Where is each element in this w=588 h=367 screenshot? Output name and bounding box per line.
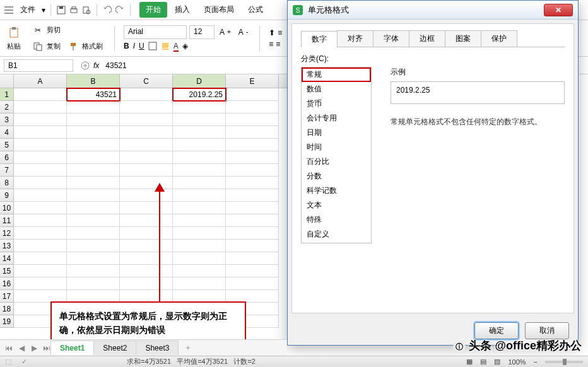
view-break-icon[interactable]: ▧: [494, 358, 500, 366]
dlg-tab-pattern[interactable]: 图案: [445, 30, 481, 47]
row-header[interactable]: 1: [0, 88, 14, 101]
next-sheet-icon[interactable]: ▶: [29, 343, 39, 353]
category-item[interactable]: 自定义: [302, 227, 371, 242]
decrease-font-button[interactable]: A-: [236, 25, 250, 39]
row-header[interactable]: 9: [0, 189, 14, 202]
cell-b16[interactable]: [67, 277, 120, 290]
cell-b1[interactable]: 43521: [67, 88, 120, 101]
font-name-select[interactable]: Arial: [124, 25, 187, 39]
cell-a12[interactable]: [14, 227, 67, 240]
cell-b8[interactable]: [67, 177, 120, 189]
fill-color-button[interactable]: [161, 42, 170, 52]
cell-d3[interactable]: [173, 114, 226, 126]
cell-a5[interactable]: [14, 139, 67, 151]
row-header[interactable]: 6: [0, 151, 14, 164]
category-item[interactable]: 特殊: [302, 213, 371, 227]
prev-sheet-icon[interactable]: ◀: [16, 343, 26, 353]
increase-font-button[interactable]: A+: [217, 25, 233, 39]
cell-c3[interactable]: [120, 114, 173, 126]
cell-a7[interactable]: [14, 164, 67, 177]
cell-e9[interactable]: [226, 189, 279, 202]
cell-a17[interactable]: [14, 290, 67, 303]
first-sheet-icon[interactable]: ⏮: [4, 343, 14, 353]
cell-b5[interactable]: [67, 139, 120, 151]
sheet-tab-3[interactable]: Sheet3: [136, 341, 179, 355]
tab-formula[interactable]: 公式: [242, 2, 269, 18]
category-list[interactable]: 常规数值货币会计专用日期时间百分比分数科学记数文本特殊自定义: [301, 67, 372, 243]
cell-e12[interactable]: [226, 227, 279, 240]
italic-button[interactable]: I: [133, 42, 135, 52]
cut-button[interactable]: ✂剪切: [29, 23, 105, 38]
cell-a4[interactable]: [14, 126, 67, 139]
cell-e10[interactable]: [226, 202, 279, 214]
view-page-icon[interactable]: ▤: [480, 358, 486, 366]
category-item[interactable]: 文本: [302, 198, 371, 213]
row-header[interactable]: 12: [0, 227, 14, 240]
cell-d1[interactable]: 2019.2.25: [173, 88, 226, 101]
zoom-level[interactable]: 100%: [508, 358, 526, 366]
cell-b3[interactable]: [67, 114, 120, 126]
col-header-d[interactable]: D: [173, 74, 226, 88]
dropdown-icon[interactable]: ▾: [42, 6, 45, 15]
col-header-b[interactable]: B: [67, 74, 120, 88]
cell-c16[interactable]: [120, 277, 173, 290]
bold-button[interactable]: B: [124, 42, 129, 52]
dlg-tab-font[interactable]: 字体: [373, 30, 409, 47]
cell-d16[interactable]: [173, 277, 226, 290]
cell-c4[interactable]: [120, 126, 173, 139]
cell-c5[interactable]: [120, 139, 173, 151]
menu-icon[interactable]: [4, 5, 14, 15]
category-item[interactable]: 常规: [302, 67, 371, 82]
dlg-tab-border[interactable]: 边框: [409, 30, 445, 47]
category-item[interactable]: 分数: [302, 169, 371, 184]
row-header[interactable]: 18: [0, 303, 14, 315]
cell-e4[interactable]: [226, 126, 279, 139]
cell-b11[interactable]: [67, 214, 120, 227]
cell-e6[interactable]: [226, 151, 279, 164]
cell-a8[interactable]: [14, 177, 67, 189]
cell-c17[interactable]: [120, 290, 173, 303]
cancel-button[interactable]: 取消: [525, 322, 569, 339]
select-all-corner[interactable]: [0, 74, 14, 88]
cell-c12[interactable]: [120, 227, 173, 240]
cell-b2[interactable]: [67, 101, 120, 114]
cell-e11[interactable]: [226, 214, 279, 227]
cell-d14[interactable]: [173, 252, 226, 265]
cell-c11[interactable]: [120, 214, 173, 227]
row-header[interactable]: 10: [0, 202, 14, 214]
cell-e15[interactable]: [226, 265, 279, 277]
zoom-slider[interactable]: [545, 361, 583, 363]
row-header[interactable]: 11: [0, 214, 14, 227]
cell-d9[interactable]: [173, 189, 226, 202]
print-preview-icon[interactable]: [81, 5, 91, 15]
cell-c8[interactable]: [120, 177, 173, 189]
align-middle-icon[interactable]: ≡: [278, 28, 282, 37]
cell-a14[interactable]: [14, 252, 67, 265]
cell-a11[interactable]: [14, 214, 67, 227]
name-box[interactable]: B1: [4, 59, 73, 72]
cell-e2[interactable]: [226, 101, 279, 114]
cell-d8[interactable]: [173, 177, 226, 189]
row-header[interactable]: 5: [0, 139, 14, 151]
paste-button[interactable]: [5, 25, 23, 40]
sheet-tab-1[interactable]: Sheet1: [50, 341, 94, 355]
cell-b6[interactable]: [67, 151, 120, 164]
row-header[interactable]: 7: [0, 164, 14, 177]
sheet-tab-2[interactable]: Sheet2: [93, 341, 136, 355]
cell-d10[interactable]: [173, 202, 226, 214]
row-header[interactable]: 17: [0, 290, 14, 303]
col-header-a[interactable]: A: [14, 74, 67, 88]
align-center-icon[interactable]: ≡: [276, 40, 280, 49]
cell-b9[interactable]: [67, 189, 120, 202]
cell-c9[interactable]: [120, 189, 173, 202]
category-item[interactable]: 时间: [302, 140, 371, 154]
add-sheet-button[interactable]: ＋: [178, 340, 198, 356]
cell-a13[interactable]: [14, 240, 67, 252]
cell-c1[interactable]: [120, 88, 173, 101]
file-menu[interactable]: 文件: [20, 4, 35, 15]
category-item[interactable]: 会计专用: [302, 111, 371, 125]
tab-insert[interactable]: 插入: [168, 2, 196, 18]
cell-b13[interactable]: [67, 240, 120, 252]
category-item[interactable]: 百分比: [302, 154, 371, 169]
cell-e5[interactable]: [226, 139, 279, 151]
